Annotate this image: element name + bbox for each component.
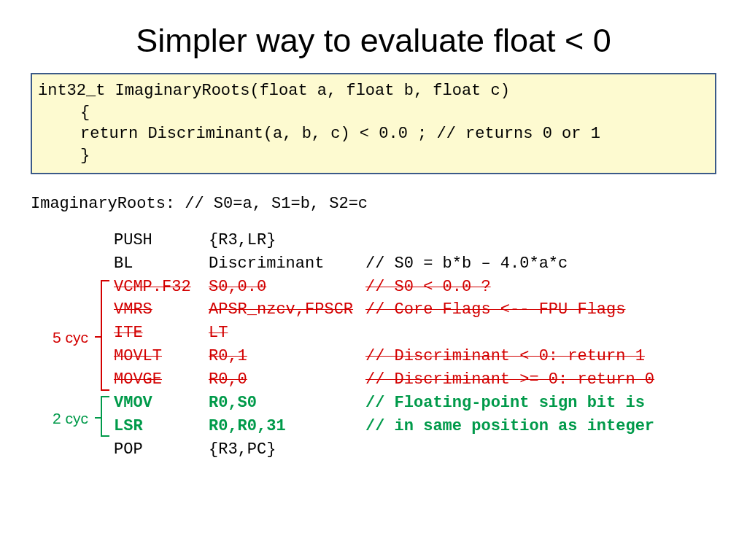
code-line: } [38,145,709,167]
asm-args: S0,0.0 [209,276,365,299]
code-line: return Discriminant(a, b, c) < 0.0 ; // … [38,123,709,145]
bracket-tick [95,417,102,419]
asm-op: PUSH [114,229,209,252]
asm-args: APSR_nzcv,FPSCR [209,298,365,322]
asm-comment: // Discriminant >= 0: return 0 [365,368,747,392]
asm-line: BLDiscriminant// S0 = b*b – 4.0*a*c [0,252,747,276]
asm-op: LSR [114,415,209,438]
asm-line: LSRR0,R0,31// in same position as intege… [0,415,747,438]
asm-line: MOVGER0,0// Discriminant >= 0: return 0 [0,368,747,392]
asm-header: ImaginaryRoots: // S0=a, S1=b, S2=c [31,195,716,213]
slide-title: Simpler way to evaluate float < 0 [0,0,747,73]
asm-args: {R3,LR} [209,229,365,252]
asm-args: Discriminant [209,252,365,276]
cycle-label-green: 2 cyc [53,408,88,429]
asm-comment: // S0 < 0.0 ? [365,276,747,299]
asm-comment [365,322,747,345]
asm-args: R0,S0 [209,392,365,415]
asm-op: BL [114,252,209,276]
asm-args: LT [209,322,365,345]
asm-line: VMRSAPSR_nzcv,FPSCR// Core Flags <-- FPU… [0,298,747,322]
asm-comment [365,229,747,252]
asm-line: MOVLTR0,1// Discriminant < 0: return 1 [0,345,747,368]
asm-line: VCMP.F32S0,0.0// S0 < 0.0 ? [0,276,747,299]
asm-comment: // Floating-point sign bit is [365,392,747,415]
asm-op: MOVLT [114,345,209,368]
c-source-box: int32_t ImaginaryRoots(float a, float b,… [31,73,716,174]
asm-comment: // Core Flags <-- FPU Flags [365,298,747,322]
asm-line: ITELT [0,322,747,345]
asm-comment: // Discriminant < 0: return 1 [365,345,747,368]
asm-op: VCMP.F32 [114,276,209,299]
asm-op: POP [114,438,209,462]
code-line: { [38,102,709,124]
asm-args: R0,R0,31 [209,415,365,438]
asm-listing: 5 cyc 2 cyc PUSH{R3,LR}BLDiscriminant// … [0,229,747,462]
asm-comment [365,438,747,462]
bracket-tick [95,336,102,338]
cycle-label-red: 5 cyc [53,327,88,349]
bracket-green [101,396,109,437]
asm-op: MOVGE [114,368,209,392]
asm-args: {R3,PC} [209,438,365,462]
asm-comment: // in same position as integer [365,415,747,438]
asm-op: VMOV [114,392,209,415]
asm-op: VMRS [114,298,209,322]
asm-line: PUSH{R3,LR} [0,229,747,252]
code-line: int32_t ImaginaryRoots(float a, float b,… [38,80,709,102]
asm-args: R0,1 [209,345,365,368]
asm-line: POP{R3,PC} [0,438,747,462]
asm-op: ITE [114,322,209,345]
asm-comment: // S0 = b*b – 4.0*a*c [365,252,747,276]
asm-args: R0,0 [209,368,365,392]
bracket-red [101,280,109,391]
asm-line: VMOVR0,S0// Floating-point sign bit is [0,392,747,415]
